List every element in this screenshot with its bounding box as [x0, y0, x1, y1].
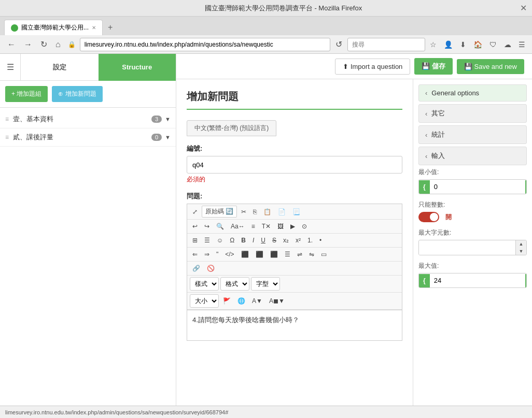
- flag-btn[interactable]: 🚩: [220, 296, 233, 306]
- browser-tab-active[interactable]: 國立臺灣師範大學公用... ✕: [4, 20, 103, 35]
- special-btn[interactable]: ⊙: [299, 221, 310, 232]
- general-options-header[interactable]: ‹ General options: [418, 84, 527, 102]
- image-btn[interactable]: 🖼: [275, 221, 286, 232]
- download-icon[interactable]: ⬇: [457, 38, 469, 51]
- redo-btn[interactable]: ↪: [202, 221, 212, 232]
- code-input[interactable]: [187, 156, 402, 174]
- spinner-down-btn[interactable]: ▼: [516, 248, 526, 255]
- style-select[interactable]: 樣式: [190, 277, 219, 291]
- sidebar-group-2[interactable]: ≡ 貳、課後評量 0 ▼: [0, 128, 176, 147]
- input-label: 輸入: [431, 151, 445, 161]
- tab-structure[interactable]: Structure: [99, 54, 176, 81]
- forward-button[interactable]: →: [21, 38, 35, 51]
- menu-icon[interactable]: ☰: [516, 38, 528, 51]
- browser-tabs: 國立臺灣師範大學公用... ✕ +: [0, 17, 532, 35]
- input-section-header[interactable]: ‹ 輸入: [418, 147, 527, 165]
- superscript-btn[interactable]: x²: [293, 235, 303, 246]
- vpn-icon[interactable]: ☁: [501, 38, 514, 51]
- undo-btn[interactable]: ↩: [190, 221, 200, 232]
- sidebar-group-1[interactable]: ≡ 壹、基本資料 3 ▼: [0, 110, 176, 128]
- save-new-button[interactable]: 💾 Save and new: [457, 59, 524, 74]
- bold-btn[interactable]: B: [239, 235, 248, 246]
- min-value-input-group: { }: [418, 179, 527, 194]
- ul-btn[interactable]: •: [317, 235, 324, 246]
- stats-section-header[interactable]: ‹ 統計: [418, 125, 527, 144]
- source-btn[interactable]: 原始碼 🔄: [202, 206, 237, 218]
- find-btn[interactable]: 🔍: [214, 221, 227, 232]
- align-center-btn[interactable]: ☰: [202, 235, 213, 246]
- search-input[interactable]: [347, 38, 425, 51]
- ol-btn[interactable]: 1.: [305, 235, 315, 246]
- font-color-btn[interactable]: A▼: [249, 296, 265, 306]
- format-select[interactable]: 格式: [220, 277, 249, 291]
- new-tab-button[interactable]: +: [103, 20, 118, 35]
- profile-icon[interactable]: 👤: [441, 38, 455, 51]
- other-section-header[interactable]: ‹ 其它: [418, 104, 527, 123]
- size-select[interactable]: 大小: [190, 294, 219, 308]
- max-value-input[interactable]: [430, 273, 525, 287]
- min-value-input[interactable]: [430, 180, 525, 194]
- back-button[interactable]: ←: [4, 38, 19, 51]
- paste-word-btn[interactable]: 📃: [290, 207, 303, 217]
- code-block-btn[interactable]: </>: [222, 249, 236, 260]
- reload-button[interactable]: ↺: [332, 37, 345, 51]
- unlink-btn[interactable]: 🚫: [204, 263, 217, 273]
- main-toolbar: ⬆ Import a question 💾 儲存 💾 Save and new: [176, 54, 532, 79]
- expand-icon-1[interactable]: ▼: [165, 116, 171, 122]
- align-center2-btn[interactable]: ⬛: [253, 249, 266, 260]
- bookmark-icon[interactable]: ☆: [427, 38, 439, 51]
- house-icon[interactable]: 🏠: [471, 38, 485, 51]
- rtl-btn[interactable]: ⇋: [306, 249, 317, 260]
- question-editor[interactable]: 4.請問您每天放學後唸書幾個小時？: [187, 310, 402, 341]
- link-btn[interactable]: 🔗: [190, 263, 203, 273]
- blockquote-btn[interactable]: ": [214, 249, 221, 260]
- strikethrough-btn[interactable]: S: [270, 235, 279, 246]
- font-select[interactable]: 字型: [251, 277, 280, 291]
- align-right-btn[interactable]: ⬛: [268, 249, 281, 260]
- emoji-btn[interactable]: ☺: [214, 235, 226, 246]
- expand-icon-2[interactable]: ▼: [165, 134, 171, 140]
- tab-close-icon[interactable]: ✕: [92, 25, 96, 31]
- font-bgcolor-btn[interactable]: A◼▼: [267, 296, 287, 306]
- expand-editor-btn[interactable]: ⤢: [190, 207, 200, 217]
- outdent-btn[interactable]: ⇐: [190, 249, 200, 260]
- clear-format-btn[interactable]: T✕: [259, 221, 273, 232]
- shield-icon[interactable]: 🛡: [487, 38, 499, 51]
- replace-btn[interactable]: Aa↔: [228, 221, 247, 232]
- paste-btn[interactable]: 📋: [261, 207, 274, 217]
- align-left-btn[interactable]: ≡: [249, 221, 258, 232]
- left-brace: {: [419, 180, 430, 194]
- underline-btn[interactable]: U: [258, 235, 268, 246]
- max-chars-input[interactable]: [419, 241, 515, 255]
- globe-btn[interactable]: 🌐: [235, 296, 248, 306]
- align-justify-btn[interactable]: ☰: [282, 249, 293, 260]
- border-btn[interactable]: ▭: [318, 249, 329, 260]
- table-btn[interactable]: ⊞: [190, 235, 200, 246]
- home-button[interactable]: ⌂: [52, 38, 64, 51]
- toggle-switch[interactable]: [418, 212, 439, 222]
- paste-text-btn[interactable]: 📄: [275, 207, 288, 217]
- omega-btn[interactable]: Ω: [227, 235, 237, 246]
- save-button[interactable]: 💾 儲存: [414, 58, 453, 75]
- lang-tab-chinese[interactable]: 中文(繁體-台灣) (預設語言): [187, 120, 276, 136]
- spinner-up-btn[interactable]: ▲: [516, 240, 526, 248]
- align-left2-btn[interactable]: ⬛: [239, 249, 251, 260]
- editor-row-1: ⤢ 原始碼 🔄 ✂ ⎘ 📋 📄 📃: [187, 204, 402, 220]
- add-group-button[interactable]: + 增加題組: [5, 86, 48, 102]
- add-question-button[interactable]: ⊕ 增加新問題: [52, 86, 102, 102]
- indent-btn[interactable]: ⇒: [202, 249, 212, 260]
- sidebar-toggle[interactable]: ☰: [0, 54, 21, 81]
- url-input[interactable]: [80, 38, 330, 51]
- copy-btn[interactable]: ⎘: [250, 207, 259, 217]
- tab-settings[interactable]: 設定: [21, 54, 99, 81]
- question-field: 問題: ⤢ 原始碼 🔄 ✂ ⎘ 📋 📄 📃: [187, 192, 402, 341]
- subscript-btn[interactable]: x₂: [281, 235, 291, 246]
- import-question-button[interactable]: ⬆ Import a question: [335, 59, 410, 75]
- video-btn[interactable]: ▶: [288, 221, 298, 232]
- italic-btn[interactable]: I: [250, 235, 257, 246]
- ltr-btn[interactable]: ⇌: [295, 249, 305, 260]
- refresh-button[interactable]: ↻: [37, 37, 50, 51]
- cut-btn[interactable]: ✂: [239, 207, 249, 217]
- code-label: 編號:: [187, 144, 402, 153]
- close-icon[interactable]: ✕: [520, 3, 527, 13]
